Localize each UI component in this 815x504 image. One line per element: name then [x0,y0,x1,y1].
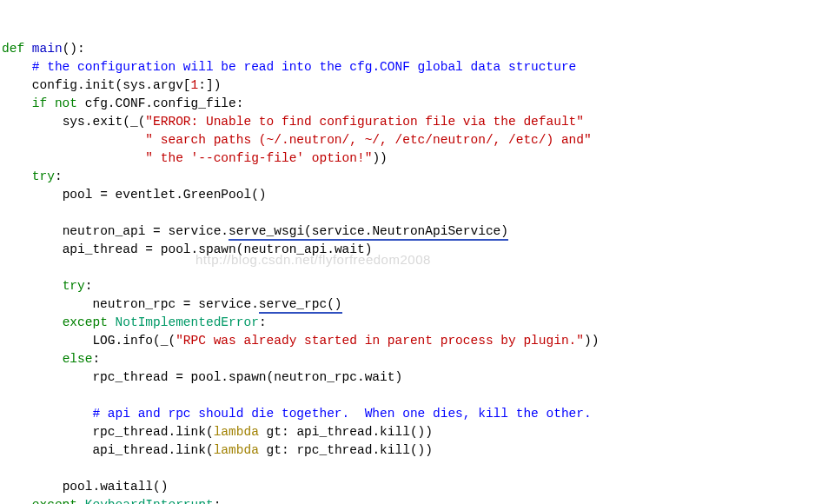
kw-try1: try [32,169,55,183]
txt: )) [584,334,599,348]
txt: gt: rpc_thread.kill()) [259,443,433,457]
comment-die: # api and rpc should die together. When … [92,407,591,421]
txt: : [55,169,63,183]
str-err3: " the '--config-file' option!" [145,151,372,165]
txt: api_thread = pool.spawn(neutron_api.wait… [63,242,373,256]
kw-except2: except [32,498,77,504]
txt: pool.waitall() [63,480,169,494]
kw-lambda2: lambda [214,443,259,457]
txt: sys.exit(_( [63,115,146,129]
kw-lambda1: lambda [214,425,259,439]
exc-ki: KeyboardInterrupt [85,498,214,504]
txt: LOG.info(_( [92,334,176,348]
txt: : [85,279,93,293]
txt: : [214,498,222,504]
txt: neutron_api = service. [63,224,229,238]
kw-not: not [55,96,77,110]
kw-if: if [32,96,47,110]
exc-nie: NotImplementedError [116,315,259,329]
txt: : [92,352,100,366]
ul-serve-rpc: serve_rpc() [259,297,342,314]
txt: pool = eventlet.GreenPool() [63,188,267,202]
txt: gt: api_thread.kill()) [259,425,433,439]
str-err2: " search paths (~/.neutron/, ~/, /etc/ne… [145,133,591,147]
kw-def: def [2,42,24,56]
str-err1: "ERROR: Unable to find configuration fil… [145,115,584,129]
str-rpc: "RPC was already started in parent proce… [176,334,584,348]
kw-try2: try [63,279,85,293]
kw-else: else [63,352,93,366]
txt: cfg.CONF.config_file: [85,96,244,110]
txt: config.init(sys.argv[ [32,78,191,92]
txt: :]) [198,78,221,92]
txt: (): [63,42,85,56]
txt: api_thread.link( [92,443,213,457]
num-1: 1 [191,78,199,92]
txt: rpc_thread = pool.spawn(neutron_rpc.wait… [92,370,402,384]
kw-except1: except [63,315,108,329]
txt: rpc_thread.link( [92,425,213,439]
txt: : [259,315,267,329]
fn-main: main [32,42,63,56]
txt: neutron_rpc = service. [92,297,258,311]
ul-serve-wsgi: serve_wsgi(service.NeutronApiService) [229,224,508,241]
comment-config: # the configuration will be read into th… [32,60,577,74]
code-editor[interactable]: http://blog.csdn.net/flyforfreedom2008 d… [0,0,815,504]
txt: )) [372,151,387,165]
